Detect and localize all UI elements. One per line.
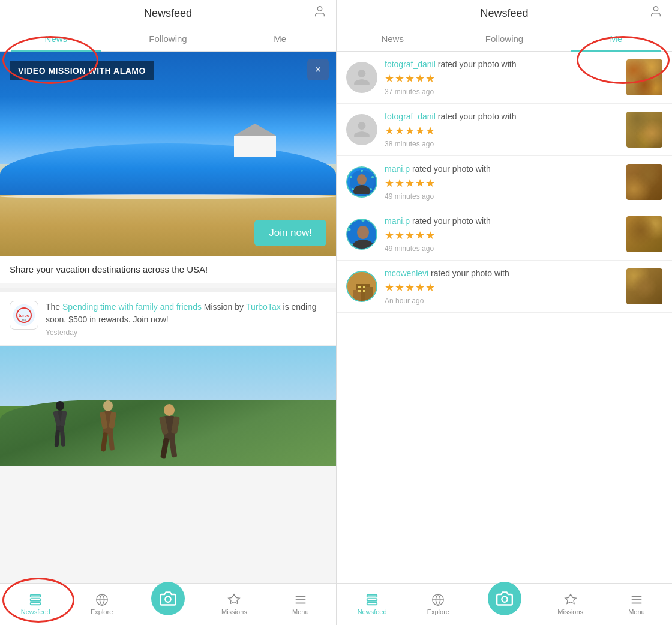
right-nav-missions[interactable]: Missions — [538, 591, 604, 618]
right-nav-explore-label: Explore — [427, 608, 449, 615]
right-tab-me[interactable]: Me — [560, 26, 672, 51]
left-tab-following[interactable]: Following — [112, 26, 224, 51]
left-header: Newsfeed — [0, 0, 336, 26]
right-tabs: News Following Me — [337, 26, 672, 52]
svg-text:tax: tax — [22, 318, 26, 322]
right-nav-newsfeed-label: Newsfeed — [358, 608, 387, 615]
left-nav-missions-label: Missions — [221, 608, 247, 615]
feed-action-2: rated your photo with — [436, 112, 517, 121]
svg-point-37 — [371, 176, 374, 178]
left-nav-newsfeed[interactable]: Newsfeed — [2, 591, 68, 618]
feed-avatar-3 — [346, 166, 377, 198]
feed-time-5: An hour ago — [385, 297, 619, 305]
feed-username-2: fotograf_danil — [385, 112, 436, 121]
feed-text-3: mani.p rated your photo with — [385, 163, 619, 174]
right-tab-following[interactable]: Following — [448, 26, 560, 51]
feed-thumb-4 — [626, 216, 662, 252]
mission-card: VIDEO MISSION WITH ALAMO × Join now! Sha… — [0, 52, 336, 283]
feed-avatar-5 — [346, 271, 377, 302]
feed-time-3: 49 minutes ago — [385, 192, 619, 201]
svg-rect-52 — [365, 287, 373, 302]
feed-text-5: mcowenlevi rated your photo with — [385, 268, 619, 279]
feed-item-2: fotograf_danil rated your photo with ★★★… — [337, 104, 672, 156]
feed-thumb-1 — [626, 59, 662, 95]
svg-rect-55 — [358, 290, 361, 292]
right-camera-button[interactable] — [488, 582, 521, 615]
right-bottom-nav: Newsfeed Explore Missions Menu — [337, 583, 672, 625]
feed-item-3: mani.p rated your photo with ★★★★★ 49 mi… — [337, 156, 672, 208]
svg-point-0 — [317, 7, 322, 11]
svg-point-28 — [165, 596, 170, 602]
feed-stars-4: ★★★★★ — [385, 229, 619, 242]
feed-item-4: mani.p rated your photo with ★★★★★ 49 mi… — [337, 208, 672, 261]
left-bottom-nav: Newsfeed Explore Missions Menu — [0, 583, 336, 625]
right-header: Newsfeed — [337, 0, 672, 26]
svg-rect-56 — [363, 290, 365, 292]
svg-point-38 — [370, 188, 372, 190]
svg-point-42 — [357, 226, 369, 239]
svg-point-5 — [56, 401, 64, 411]
sponsored-text: The Spending time with family and friend… — [46, 301, 326, 337]
left-nav-explore-label: Explore — [91, 608, 113, 615]
right-nav-missions-label: Missions — [557, 608, 583, 615]
right-nav-newsfeed[interactable]: Newsfeed — [339, 591, 405, 618]
right-tab-news[interactable]: News — [337, 26, 448, 51]
feed-info-1: fotograf_danil rated your photo with ★★★… — [385, 59, 619, 96]
svg-rect-58 — [367, 599, 377, 601]
left-camera-button[interactable] — [151, 582, 185, 615]
svg-point-62 — [502, 596, 507, 602]
right-feed-list: fotograf_danil rated your photo with ★★★… — [337, 52, 672, 583]
feed-stars-2: ★★★★★ — [385, 124, 619, 137]
left-header-icon — [313, 5, 326, 22]
sponsored-prefix: The — [46, 302, 62, 312]
right-nav-camera[interactable] — [471, 591, 537, 618]
feed-action-4: rated your photo with — [410, 216, 491, 226]
mani-avatar — [346, 166, 377, 198]
left-nav-newsfeed-label: Newsfeed — [21, 608, 50, 615]
left-nav-explore[interactable]: Explore — [68, 591, 134, 618]
left-tab-news[interactable]: News — [0, 26, 112, 51]
svg-point-11 — [103, 400, 113, 411]
svg-point-34 — [357, 174, 367, 185]
sponsored-card: turbo tax The Spending time with family … — [0, 292, 336, 466]
feed-username-4: mani.p — [385, 216, 410, 226]
svg-rect-54 — [363, 286, 365, 288]
svg-point-46 — [373, 244, 376, 247]
feed-info-2: fotograf_danil rated your photo with ★★★… — [385, 111, 619, 148]
svg-rect-16 — [108, 432, 115, 451]
feed-item-1: fotograf_danil rated your photo with ★★★… — [337, 52, 672, 104]
feed-username-3: mani.p — [385, 164, 410, 174]
turbotax-logo: turbo tax — [10, 301, 38, 330]
sponsored-header: turbo tax The Spending time with family … — [0, 292, 336, 346]
right-header-title: Newsfeed — [480, 7, 528, 20]
svg-rect-24 — [31, 599, 41, 601]
feed-info-3: mani.p rated your photo with ★★★★★ 49 mi… — [385, 163, 619, 201]
svg-rect-59 — [367, 603, 377, 605]
right-nav-explore[interactable]: Explore — [405, 591, 471, 618]
divider — [0, 288, 336, 292]
svg-rect-9 — [55, 430, 60, 447]
svg-point-47 — [350, 244, 353, 247]
left-nav-camera[interactable] — [135, 591, 201, 618]
feed-text-2: fotograf_danil rated your photo with — [385, 111, 619, 122]
feed-avatar-4 — [346, 219, 377, 250]
feed-thumb-2 — [626, 112, 662, 148]
feed-stars-1: ★★★★★ — [385, 72, 619, 85]
right-nav-menu[interactable]: Menu — [604, 591, 670, 618]
left-header-title: Newsfeed — [144, 7, 192, 20]
feed-stars-3: ★★★★★ — [385, 177, 619, 190]
feed-time-1: 37 minutes ago — [385, 88, 619, 96]
sponsored-time: Yesterday — [46, 328, 326, 337]
left-nav-menu[interactable]: Menu — [268, 591, 334, 618]
svg-rect-53 — [358, 286, 361, 288]
svg-point-17 — [164, 404, 175, 416]
svg-point-39 — [352, 188, 354, 190]
svg-rect-10 — [60, 430, 65, 447]
mission-close-button[interactable]: × — [307, 59, 329, 80]
left-nav-missions[interactable]: Missions — [201, 591, 267, 618]
left-tab-me[interactable]: Me — [224, 26, 336, 51]
join-now-button[interactable]: Join now! — [254, 220, 326, 246]
feed-thumb-5 — [626, 268, 662, 304]
feed-item-5: mcowenlevi rated your photo with ★★★★★ A… — [337, 261, 672, 313]
turbotax-icon: turbo tax — [13, 304, 35, 326]
